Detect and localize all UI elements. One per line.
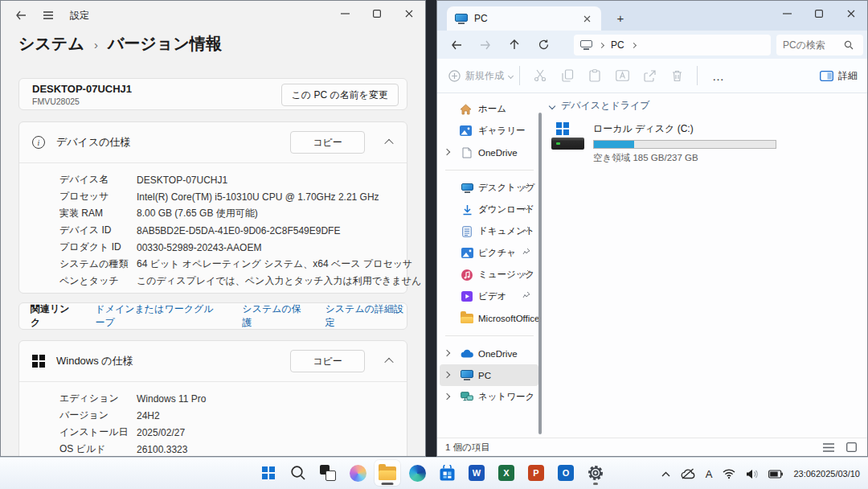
chevron-right-icon[interactable] bbox=[599, 42, 604, 47]
rename-pc-button[interactable]: この PC の名前を変更 bbox=[281, 84, 399, 106]
copilot-button[interactable] bbox=[345, 460, 371, 486]
sidebar-item-onedrive-personal[interactable]: OneDrive bbox=[440, 142, 538, 163]
close-icon[interactable] bbox=[835, 1, 867, 27]
group-header-devices-drives[interactable]: デバイスとドライブ bbox=[550, 99, 867, 113]
more-options-button[interactable]: … bbox=[704, 69, 734, 83]
tray-date: 2025/03/10 bbox=[816, 469, 860, 479]
windows-spec-header[interactable]: Windows の仕様 コピー bbox=[19, 341, 407, 381]
cut-icon[interactable] bbox=[526, 64, 554, 88]
word-icon: W bbox=[469, 465, 485, 481]
new-item-button[interactable]: 新規作成 bbox=[448, 69, 513, 83]
wifi-icon[interactable] bbox=[723, 469, 735, 479]
device-name: DESKTOP-07UCHJ1 bbox=[32, 83, 132, 95]
taskbar-center: W X P O bbox=[256, 460, 608, 486]
expand-chevron-icon[interactable] bbox=[444, 350, 450, 356]
up-icon[interactable] bbox=[500, 34, 529, 56]
ime-mode-indicator[interactable]: A bbox=[706, 468, 713, 480]
chevron-down-icon bbox=[549, 102, 555, 109]
word-button[interactable]: W bbox=[464, 460, 489, 486]
chevron-up-icon[interactable] bbox=[384, 139, 393, 148]
windows-spec-title: Windows の仕様 bbox=[56, 354, 133, 368]
chevron-right-icon[interactable] bbox=[631, 42, 637, 47]
sidebar-scrollbar[interactable] bbox=[538, 113, 542, 434]
pin-icon bbox=[522, 226, 530, 234]
maximize-icon[interactable] bbox=[803, 1, 835, 27]
explorer-toolbar: 新規作成 … 詳細 bbox=[437, 59, 867, 93]
paste-icon[interactable] bbox=[581, 64, 608, 88]
onedrive-paused-icon[interactable] bbox=[681, 468, 695, 479]
expand-chevron-icon[interactable] bbox=[444, 149, 450, 155]
microsoft-store-button[interactable] bbox=[434, 460, 460, 486]
pin-icon bbox=[522, 183, 530, 191]
microsoft-store-icon bbox=[439, 465, 456, 482]
expand-chevron-icon[interactable] bbox=[444, 372, 450, 378]
sidebar-item-desktop[interactable]: デスクトップ bbox=[440, 177, 538, 199]
search-input[interactable] bbox=[783, 39, 844, 51]
toolbar-divider bbox=[697, 66, 698, 85]
list-view-icon[interactable] bbox=[821, 440, 837, 454]
file-explorer-button[interactable] bbox=[375, 460, 400, 486]
sidebar-item-documents[interactable]: ドキュメント bbox=[440, 220, 538, 242]
explorer-content: デバイスとドライブ ローカル ディスク (C:) 空き領域 185 GB/237… bbox=[543, 93, 867, 438]
sidebar-item-home[interactable]: ホーム bbox=[440, 98, 538, 120]
rename-icon[interactable] bbox=[608, 64, 636, 88]
copy-button[interactable]: コピー bbox=[290, 131, 365, 154]
volume-icon[interactable] bbox=[746, 469, 758, 479]
task-view-button[interactable] bbox=[315, 460, 341, 486]
copy-icon[interactable] bbox=[554, 64, 581, 88]
sidebar-item-videos[interactable]: ビデオ bbox=[440, 286, 538, 307]
explorer-tab[interactable]: PC bbox=[447, 6, 601, 31]
drive-name: ローカル ディスク (C:) bbox=[593, 122, 783, 136]
delete-icon[interactable] bbox=[663, 64, 690, 88]
address-box[interactable]: PC bbox=[574, 35, 771, 55]
hamburger-menu-icon[interactable] bbox=[35, 3, 62, 27]
device-spec-header[interactable]: i デバイスの仕様 コピー bbox=[19, 122, 407, 162]
back-icon[interactable] bbox=[7, 3, 35, 27]
link-advanced-system-settings[interactable]: システムの詳細設定 bbox=[326, 302, 407, 330]
address-path-pc[interactable]: PC bbox=[611, 39, 624, 51]
expand-chevron-icon[interactable] bbox=[444, 393, 450, 400]
refresh-icon[interactable] bbox=[529, 34, 558, 56]
maximize-icon[interactable] bbox=[361, 1, 393, 27]
sidebar-item-microsoftoffice[interactable]: MicrosoftOffice bbox=[440, 307, 538, 329]
edge-button[interactable] bbox=[404, 460, 430, 486]
powerpoint-button[interactable]: P bbox=[523, 460, 549, 486]
sidebar-item-downloads[interactable]: ダウンロード bbox=[440, 199, 538, 220]
outlook-button[interactable]: O bbox=[553, 460, 579, 486]
back-icon[interactable] bbox=[442, 34, 471, 56]
tab-close-icon[interactable] bbox=[579, 10, 595, 27]
settings-button[interactable] bbox=[583, 460, 608, 486]
forward-icon[interactable] bbox=[471, 34, 500, 56]
chevron-up-icon[interactable] bbox=[384, 358, 393, 367]
minimize-icon[interactable] bbox=[771, 1, 803, 27]
start-button[interactable] bbox=[256, 460, 281, 486]
link-system-protection[interactable]: システムの保護 bbox=[242, 302, 305, 330]
link-domain-workgroup[interactable]: ドメインまたはワークグループ bbox=[95, 302, 223, 330]
windows-spec-card: Windows の仕様 コピー エディションWindows 11 Pro バージ… bbox=[18, 340, 407, 457]
excel-button[interactable]: X bbox=[493, 460, 519, 486]
sidebar-item-pc[interactable]: PC bbox=[440, 364, 538, 386]
tray-chevron-up-icon[interactable] bbox=[661, 471, 670, 477]
sidebar-item-music[interactable]: ミュージック bbox=[440, 264, 538, 286]
minimize-icon[interactable] bbox=[329, 1, 361, 27]
taskbar-search-button[interactable] bbox=[285, 460, 311, 486]
gear-icon bbox=[587, 464, 604, 482]
new-tab-icon[interactable]: + bbox=[610, 8, 631, 27]
thumbnail-view-icon[interactable] bbox=[843, 440, 859, 454]
battery-icon[interactable] bbox=[768, 470, 783, 479]
close-icon[interactable] bbox=[393, 1, 425, 27]
clock[interactable]: 23:06 2025/03/10 bbox=[793, 469, 860, 479]
sidebar-item-gallery[interactable]: ギャラリー bbox=[440, 120, 538, 142]
sidebar-item-pictures[interactable]: ピクチャ bbox=[440, 242, 538, 264]
search-box[interactable] bbox=[776, 35, 863, 55]
sidebar-item-onedrive[interactable]: OneDrive bbox=[440, 343, 538, 364]
sidebar-item-network[interactable]: ネットワーク bbox=[440, 386, 538, 408]
breadcrumb-parent[interactable]: システム bbox=[18, 33, 84, 55]
desktop-icon bbox=[461, 182, 473, 195]
share-icon[interactable] bbox=[636, 64, 663, 88]
pin-icon bbox=[522, 248, 530, 256]
details-pane-button[interactable]: 詳細 bbox=[820, 69, 858, 83]
drive-c-item[interactable]: ローカル ディスク (C:) 空き領域 185 GB/237 GB bbox=[550, 122, 783, 164]
spec-row: デバイス ID8AB5BD2E-D5DA-41E0-9D06-2C8F549E9… bbox=[19, 222, 407, 239]
copy-button[interactable]: コピー bbox=[290, 350, 365, 372]
